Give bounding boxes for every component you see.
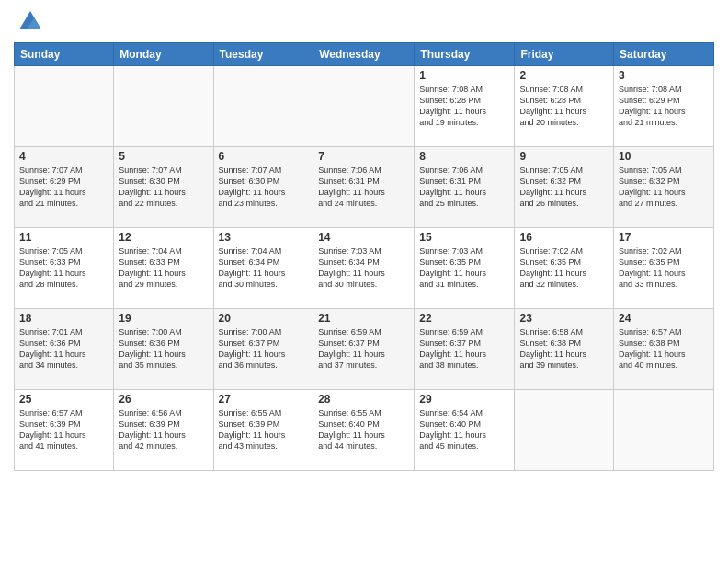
day-number: 15 [419,231,509,244]
day-info: Sunrise: 6:55 AM Sunset: 6:39 PM Dayligh… [219,408,309,453]
week-row-1: 4Sunrise: 7:07 AM Sunset: 6:29 PM Daylig… [15,147,714,228]
calendar-cell: 2Sunrise: 7:08 AM Sunset: 6:28 PM Daylig… [515,66,614,147]
weekday-header-tuesday: Tuesday [213,43,313,66]
weekday-header-wednesday: Wednesday [313,43,415,66]
day-info: Sunrise: 7:06 AM Sunset: 6:31 PM Dayligh… [318,165,409,210]
day-info: Sunrise: 6:55 AM Sunset: 6:40 PM Dayligh… [318,408,409,453]
calendar-cell: 8Sunrise: 7:06 AM Sunset: 6:31 PM Daylig… [415,147,515,228]
day-info: Sunrise: 6:59 AM Sunset: 6:37 PM Dayligh… [318,327,409,372]
calendar-cell: 28Sunrise: 6:55 AM Sunset: 6:40 PM Dayli… [313,390,415,471]
day-info: Sunrise: 7:04 AM Sunset: 6:33 PM Dayligh… [119,246,208,291]
calendar-cell: 20Sunrise: 7:00 AM Sunset: 6:37 PM Dayli… [213,309,313,390]
day-info: Sunrise: 7:06 AM Sunset: 6:31 PM Dayligh… [419,165,509,210]
weekday-header-friday: Friday [515,43,614,66]
weekday-header-monday: Monday [114,43,213,66]
day-info: Sunrise: 6:59 AM Sunset: 6:37 PM Dayligh… [419,327,509,372]
day-number: 3 [619,69,709,82]
day-info: Sunrise: 6:57 AM Sunset: 6:38 PM Dayligh… [619,327,709,372]
calendar-cell: 1Sunrise: 7:08 AM Sunset: 6:28 PM Daylig… [415,66,515,147]
day-number: 8 [419,150,509,163]
calendar-cell: 22Sunrise: 6:59 AM Sunset: 6:37 PM Dayli… [415,309,515,390]
day-info: Sunrise: 7:03 AM Sunset: 6:34 PM Dayligh… [318,246,409,291]
calendar-cell: 23Sunrise: 6:58 AM Sunset: 6:38 PM Dayli… [515,309,614,390]
calendar-cell: 6Sunrise: 7:07 AM Sunset: 6:30 PM Daylig… [213,147,313,228]
day-info: Sunrise: 7:01 AM Sunset: 6:36 PM Dayligh… [19,327,108,372]
day-info: Sunrise: 7:04 AM Sunset: 6:34 PM Dayligh… [219,246,309,291]
calendar-cell: 25Sunrise: 6:57 AM Sunset: 6:39 PM Dayli… [15,390,114,471]
day-info: Sunrise: 7:07 AM Sunset: 6:30 PM Dayligh… [219,165,309,210]
day-info: Sunrise: 7:05 AM Sunset: 6:32 PM Dayligh… [619,165,709,210]
calendar-cell [614,390,714,471]
calendar-cell [313,66,415,147]
week-row-0: 1Sunrise: 7:08 AM Sunset: 6:28 PM Daylig… [15,66,714,147]
calendar-cell: 26Sunrise: 6:56 AM Sunset: 6:39 PM Dayli… [114,390,213,471]
weekday-header-sunday: Sunday [15,43,114,66]
day-number: 11 [19,231,108,244]
calendar-cell: 21Sunrise: 6:59 AM Sunset: 6:37 PM Dayli… [313,309,415,390]
header [14,9,714,35]
calendar-cell: 13Sunrise: 7:04 AM Sunset: 6:34 PM Dayli… [213,228,313,309]
calendar-cell: 11Sunrise: 7:05 AM Sunset: 6:33 PM Dayli… [15,228,114,309]
weekday-header-row: SundayMondayTuesdayWednesdayThursdayFrid… [15,43,714,66]
day-number: 19 [119,312,208,325]
calendar-cell: 15Sunrise: 7:03 AM Sunset: 6:35 PM Dayli… [415,228,515,309]
day-info: Sunrise: 6:56 AM Sunset: 6:39 PM Dayligh… [119,408,208,453]
week-row-4: 25Sunrise: 6:57 AM Sunset: 6:39 PM Dayli… [15,390,714,471]
calendar-cell [15,66,114,147]
day-number: 13 [219,231,309,244]
day-number: 1 [419,69,509,82]
calendar-cell: 29Sunrise: 6:54 AM Sunset: 6:40 PM Dayli… [415,390,515,471]
weekday-header-saturday: Saturday [614,43,714,66]
calendar-cell: 16Sunrise: 7:02 AM Sunset: 6:35 PM Dayli… [515,228,614,309]
calendar-cell: 19Sunrise: 7:00 AM Sunset: 6:36 PM Dayli… [114,309,213,390]
day-number: 2 [519,69,609,82]
day-number: 27 [219,393,309,406]
day-number: 7 [318,150,409,163]
week-row-2: 11Sunrise: 7:05 AM Sunset: 6:33 PM Dayli… [15,228,714,309]
calendar-cell: 17Sunrise: 7:02 AM Sunset: 6:35 PM Dayli… [614,228,714,309]
day-info: Sunrise: 7:03 AM Sunset: 6:35 PM Dayligh… [419,246,509,291]
calendar-cell: 9Sunrise: 7:05 AM Sunset: 6:32 PM Daylig… [515,147,614,228]
day-number: 23 [519,312,609,325]
day-number: 18 [19,312,108,325]
calendar-cell: 3Sunrise: 7:08 AM Sunset: 6:29 PM Daylig… [614,66,714,147]
day-number: 16 [519,231,609,244]
day-number: 24 [619,312,709,325]
day-info: Sunrise: 7:05 AM Sunset: 6:32 PM Dayligh… [519,165,609,210]
day-number: 6 [219,150,309,163]
day-info: Sunrise: 7:08 AM Sunset: 6:28 PM Dayligh… [519,84,609,129]
calendar-cell: 24Sunrise: 6:57 AM Sunset: 6:38 PM Dayli… [614,309,714,390]
day-info: Sunrise: 7:02 AM Sunset: 6:35 PM Dayligh… [519,246,609,291]
calendar-cell: 5Sunrise: 7:07 AM Sunset: 6:30 PM Daylig… [114,147,213,228]
day-number: 9 [519,150,609,163]
calendar-cell: 4Sunrise: 7:07 AM Sunset: 6:29 PM Daylig… [15,147,114,228]
day-number: 5 [119,150,208,163]
day-info: Sunrise: 7:00 AM Sunset: 6:36 PM Dayligh… [119,327,208,372]
day-number: 17 [619,231,709,244]
calendar-cell: 14Sunrise: 7:03 AM Sunset: 6:34 PM Dayli… [313,228,415,309]
day-number: 25 [19,393,108,406]
day-number: 28 [318,393,409,406]
weekday-header-thursday: Thursday [415,43,515,66]
day-info: Sunrise: 7:05 AM Sunset: 6:33 PM Dayligh… [19,246,108,291]
day-info: Sunrise: 7:08 AM Sunset: 6:28 PM Dayligh… [419,84,509,129]
calendar-cell: 27Sunrise: 6:55 AM Sunset: 6:39 PM Dayli… [213,390,313,471]
page: SundayMondayTuesdayWednesdayThursdayFrid… [0,0,728,563]
logo-icon [17,9,43,35]
calendar-cell: 10Sunrise: 7:05 AM Sunset: 6:32 PM Dayli… [614,147,714,228]
calendar-cell: 7Sunrise: 7:06 AM Sunset: 6:31 PM Daylig… [313,147,415,228]
day-info: Sunrise: 6:54 AM Sunset: 6:40 PM Dayligh… [419,408,509,453]
logo [14,13,43,35]
calendar-cell: 18Sunrise: 7:01 AM Sunset: 6:36 PM Dayli… [15,309,114,390]
day-info: Sunrise: 7:07 AM Sunset: 6:29 PM Dayligh… [19,165,108,210]
day-number: 10 [619,150,709,163]
day-number: 20 [219,312,309,325]
calendar-cell [213,66,313,147]
day-number: 26 [119,393,208,406]
day-number: 22 [419,312,509,325]
day-info: Sunrise: 7:08 AM Sunset: 6:29 PM Dayligh… [619,84,709,129]
day-info: Sunrise: 7:02 AM Sunset: 6:35 PM Dayligh… [619,246,709,291]
calendar-cell: 12Sunrise: 7:04 AM Sunset: 6:33 PM Dayli… [114,228,213,309]
day-number: 12 [119,231,208,244]
day-info: Sunrise: 7:00 AM Sunset: 6:37 PM Dayligh… [219,327,309,372]
